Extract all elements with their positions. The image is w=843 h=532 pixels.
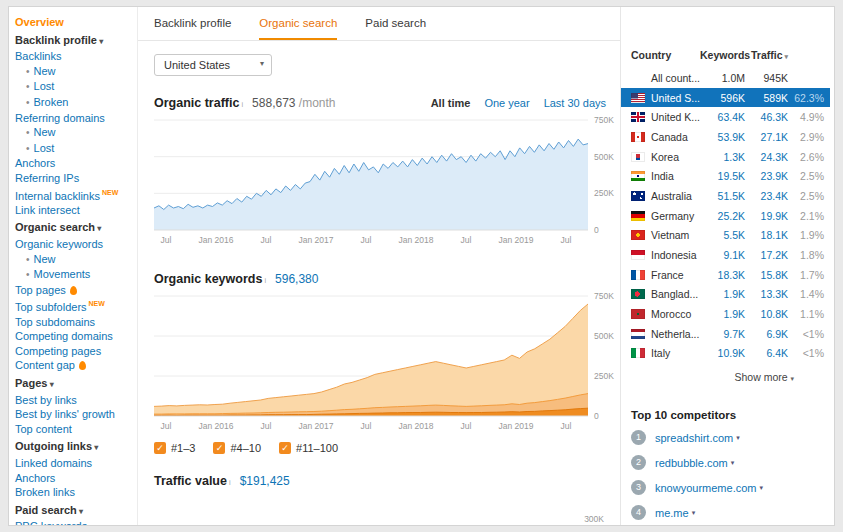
country-keywords[interactable]: 1.9K: [700, 308, 745, 320]
country-traffic[interactable]: 6.4K: [745, 347, 788, 359]
sidebar-item-backlink-profile[interactable]: Backlink profile ▾: [15, 33, 133, 50]
competitor-item-me-me[interactable]: 4me.me▾: [621, 500, 830, 525]
sidebar-item-movements[interactable]: •Movements: [15, 267, 133, 283]
country-row-france[interactable]: France18.3K15.8K1.7%: [621, 265, 830, 285]
tab-paid-search[interactable]: Paid search: [365, 17, 426, 40]
sidebar-item-referring-ips[interactable]: Referring IPs: [15, 171, 133, 186]
sidebar-item-best-by-links[interactable]: Best by links: [15, 393, 133, 408]
country-keywords[interactable]: 9.1K: [700, 249, 745, 261]
organic-keywords-chart[interactable]: 750K500K250K0JulJan 2016JulJan 2017JulJa…: [154, 290, 614, 438]
country-keywords[interactable]: 10.9K: [700, 347, 745, 359]
country-row-india[interactable]: India19.5K23.9K2.5%: [621, 166, 830, 186]
country-traffic[interactable]: 46.3K: [745, 111, 788, 123]
competitor-item-knowyourmeme-com[interactable]: 3knowyourmeme.com▾: [621, 475, 830, 500]
country-row-canada[interactable]: Canada53.9K27.1K2.9%: [621, 127, 830, 147]
sidebar-item-overview[interactable]: Overview: [15, 15, 133, 30]
organic-traffic-chart[interactable]: 750K500K250K0JulJan 2016JulJan 2017JulJa…: [154, 114, 614, 252]
country-keywords[interactable]: 9.7K: [700, 328, 745, 340]
competitor-item-redbubble-com[interactable]: 2redbubble.com▾: [621, 450, 830, 475]
sidebar-item-lost[interactable]: •Lost: [15, 141, 133, 157]
country-traffic[interactable]: 6.9K: [745, 328, 788, 340]
sidebar-item-internal-backlinks[interactable]: Internal backlinksNEW: [15, 186, 133, 203]
country-keywords[interactable]: 63.4K: [700, 111, 745, 123]
country-traffic[interactable]: 23.9K: [745, 170, 788, 182]
competitor-link[interactable]: me.me: [655, 507, 689, 519]
position-filter-1-3[interactable]: ✓#1–3: [154, 442, 195, 454]
sidebar-item-broken-links[interactable]: Broken links: [15, 485, 133, 500]
country-traffic[interactable]: 13.3K: [745, 288, 788, 300]
country-keywords[interactable]: 1.3K: [700, 151, 745, 163]
sidebar-item-top-subdomains[interactable]: Top subdomains: [15, 315, 133, 330]
country-traffic[interactable]: 19.9K: [745, 210, 788, 222]
sidebar-item-best-by-links-growth[interactable]: Best by links' growth: [15, 407, 133, 422]
country-row-united-s[interactable]: United S...596K589K62.3%: [621, 88, 830, 108]
range-one-year[interactable]: One year: [484, 97, 529, 109]
sidebar-item-pages[interactable]: Pages ▾: [15, 376, 133, 393]
sidebar-item-top-content[interactable]: Top content: [15, 422, 133, 437]
country-keywords[interactable]: 596K: [700, 92, 745, 104]
sidebar-item-organic-search[interactable]: Organic search ▾: [15, 220, 133, 237]
sidebar-item-content-gap[interactable]: Content gap: [15, 358, 133, 373]
country-traffic[interactable]: 27.1K: [745, 131, 788, 143]
sidebar-item-new[interactable]: •New: [15, 252, 133, 268]
range-last-30-days[interactable]: Last 30 days: [544, 97, 606, 109]
country-row-netherla[interactable]: Netherla...9.7K6.9K<1%: [621, 324, 830, 344]
sidebar-item-broken[interactable]: •Broken: [15, 95, 133, 111]
competitor-link[interactable]: knowyourmeme.com: [655, 482, 756, 494]
sidebar-item-new[interactable]: •New: [15, 125, 133, 141]
country-row-germany[interactable]: Germany25.2K19.9K2.1%: [621, 206, 830, 226]
competitor-item-spreadshirt-com[interactable]: 1spreadshirt.com▾: [621, 425, 830, 450]
country-traffic[interactable]: 23.4K: [745, 190, 788, 202]
country-row-all-count[interactable]: All count...1.0M945K: [621, 68, 830, 88]
sidebar-item-anchors[interactable]: Anchors: [15, 471, 133, 486]
country-row-united-k[interactable]: United K...63.4K46.3K4.9%: [621, 107, 830, 127]
country-traffic[interactable]: 24.3K: [745, 151, 788, 163]
sidebar-item-top-pages[interactable]: Top pages: [15, 283, 133, 298]
country-traffic[interactable]: 15.8K: [745, 269, 788, 281]
sidebar-item-referring-domains[interactable]: Referring domains: [15, 111, 133, 126]
position-filter-4-10[interactable]: ✓#4–10: [213, 442, 261, 454]
country-traffic[interactable]: 18.1K: [745, 229, 788, 241]
tab-backlink-profile[interactable]: Backlink profile: [154, 17, 231, 40]
sidebar-item-competing-domains[interactable]: Competing domains: [15, 329, 133, 344]
country-keywords[interactable]: 53.9K: [700, 131, 745, 143]
country-row-indonesia[interactable]: Indonesia9.1K17.2K1.8%: [621, 245, 830, 265]
sidebar-item-top-subfolders[interactable]: Top subfoldersNEW: [15, 297, 133, 314]
position-filter-11-100[interactable]: ✓#11–100: [279, 442, 338, 454]
country-row-banglad[interactable]: Banglad...1.9K13.3K1.4%: [621, 285, 830, 305]
country-column-header[interactable]: Country: [631, 49, 700, 61]
country-keywords[interactable]: 25.2K: [700, 210, 745, 222]
competitor-link[interactable]: redbubble.com: [655, 457, 728, 469]
country-row-vietnam[interactable]: Vietnam5.5K18.1K1.9%: [621, 226, 830, 246]
competitor-link[interactable]: spreadshirt.com: [655, 432, 733, 444]
country-keywords[interactable]: 51.5K: [700, 190, 745, 202]
country-selector[interactable]: United States ▾: [154, 54, 272, 76]
sidebar-item-outgoing-links[interactable]: Outgoing links ▾: [15, 439, 133, 456]
country-row-korea[interactable]: Korea1.3K24.3K2.6%: [621, 147, 830, 167]
country-keywords[interactable]: 1.9K: [700, 288, 745, 300]
country-keywords[interactable]: 5.5K: [700, 229, 745, 241]
sidebar-item-backlinks[interactable]: Backlinks: [15, 49, 133, 64]
traffic-column-header[interactable]: Traffic▾: [745, 49, 788, 61]
country-traffic[interactable]: 589K: [745, 92, 788, 104]
country-row-italy[interactable]: Italy10.9K6.4K<1%: [621, 344, 830, 364]
country-traffic[interactable]: 10.8K: [745, 308, 788, 320]
sidebar-item-lost[interactable]: •Lost: [15, 79, 133, 95]
range-all-time[interactable]: All time: [431, 97, 471, 109]
country-keywords[interactable]: 19.5K: [700, 170, 745, 182]
traffic-value-amount[interactable]: $191,425: [240, 474, 290, 488]
organic-keywords-value[interactable]: 596,380: [275, 272, 318, 286]
country-traffic[interactable]: 17.2K: [745, 249, 788, 261]
show-more-link[interactable]: Show more ▾: [621, 363, 830, 383]
sidebar-item-anchors[interactable]: Anchors: [15, 156, 133, 171]
sidebar-item-competing-pages[interactable]: Competing pages: [15, 344, 133, 359]
sidebar-item-link-intersect[interactable]: Link intersect: [15, 203, 133, 218]
country-row-australia[interactable]: Australia51.5K23.4K2.5%: [621, 186, 830, 206]
sidebar-item-ppc-keywords[interactable]: PPC keywords: [15, 519, 133, 525]
keywords-column-header[interactable]: Keywords: [700, 49, 745, 61]
sidebar-item-new[interactable]: •New: [15, 64, 133, 80]
tab-organic-search[interactable]: Organic search: [259, 17, 337, 40]
country-row-morocco[interactable]: Morocco1.9K10.8K1.1%: [621, 304, 830, 324]
sidebar-item-linked-domains[interactable]: Linked domains: [15, 456, 133, 471]
sidebar-item-organic-keywords[interactable]: Organic keywords: [15, 237, 133, 252]
